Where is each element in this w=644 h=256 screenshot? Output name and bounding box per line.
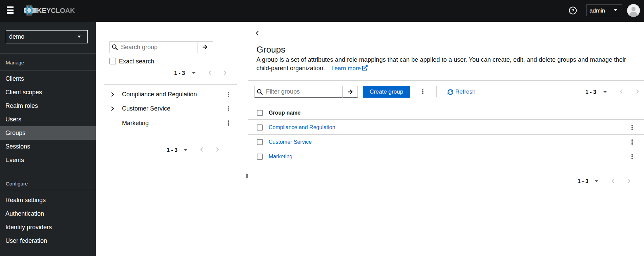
svg-text:KEYCLOAK: KEYCLOAK [37, 7, 75, 14]
svg-text:?: ? [572, 8, 575, 13]
